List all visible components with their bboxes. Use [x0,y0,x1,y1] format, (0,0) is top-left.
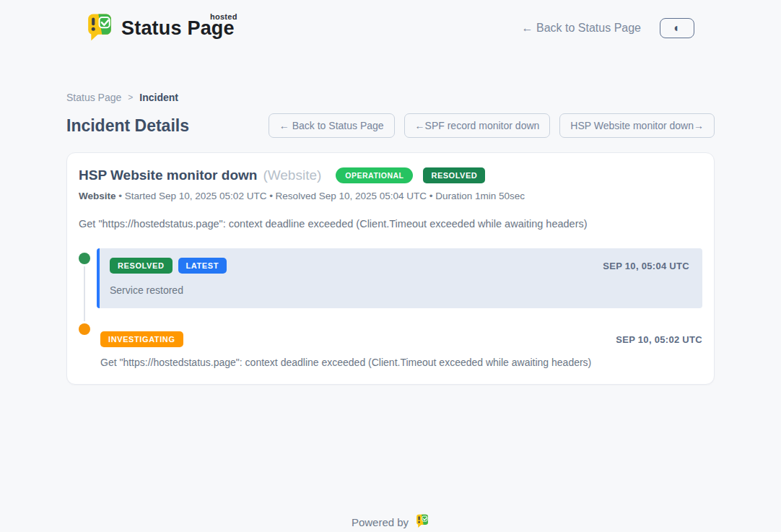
timeline-badge-resolved: RESOLVED [110,258,173,274]
timeline-badge-latest: LATEST [178,258,227,274]
incident-card: HSP Website monitor down (Website) OPERA… [66,152,715,385]
timeline-dot-investigating [79,323,90,335]
brand-icon [85,12,114,45]
incident-meta-details: • Started Sep 10, 2025 05:02 UTC • Resol… [118,191,525,201]
back-to-status-page-button[interactable]: ← Back to Status Page [269,113,395,138]
theme-toggle-button[interactable]: ◐ [660,18,694,38]
timeline-entry-latest: RESOLVED LATEST SEP 10, 05:04 UTC Servic… [97,248,702,308]
brand-logo[interactable]: Status Page hosted [85,12,235,45]
timeline-message: Get "https://hostedstatus.page": context… [100,357,702,368]
incident-description: Get "https://hostedstatus.page": context… [79,218,702,230]
resolved-badge: RESOLVED [423,167,485,183]
powered-by-label: Powered by [352,516,409,528]
prev-incident-button[interactable]: ←SPF record monitor down [404,113,551,138]
footer: Powered by © 2025-10-08 14:10:34.772084 … [66,513,715,532]
breadcrumb-separator: > [128,92,133,103]
timeline-message: Service restored [110,284,689,296]
timeline-connector-line [84,260,85,326]
timeline-timestamp: SEP 10, 05:04 UTC [603,261,689,271]
breadcrumb: Status Page > Incident [66,92,715,103]
operational-badge: OPERATIONAL [336,167,413,183]
incident-nav-buttons: ← Back to Status Page ←SPF record monito… [269,113,715,138]
timeline-timestamp: SEP 10, 05:02 UTC [616,334,702,345]
header: Status Page hosted ← Back to Status Page… [0,0,781,55]
incident-meta-component: Website [79,191,116,201]
incident-meta: Website • Started Sep 10, 2025 05:02 UTC… [79,191,702,201]
timeline-entry-investigating: INVESTIGATING SEP 10, 05:02 UTC Get "htt… [97,331,702,368]
brand-name: Status Page hosted [121,17,235,40]
next-incident-button[interactable]: HSP Website monitor down→ [559,113,715,138]
brand-superscript: hosted [210,12,237,21]
timeline-badge-investigating: INVESTIGATING [100,331,183,347]
brand-icon[interactable] [415,513,429,531]
timeline-dot-resolved [79,253,90,264]
incident-title: HSP Website monitor down [79,167,257,183]
header-back-link[interactable]: ← Back to Status Page [522,22,641,35]
breadcrumb-status-page[interactable]: Status Page [66,92,121,103]
circle-half-icon: ◐ [673,22,681,34]
page-title: Incident Details [66,116,189,136]
powered-by: Powered by [352,513,429,531]
breadcrumb-incident: Incident [139,92,178,103]
incident-component: (Website) [263,167,321,183]
incident-timeline: RESOLVED LATEST SEP 10, 05:04 UTC Servic… [79,248,702,368]
main-content: Status Page > Incident Incident Details … [66,92,715,532]
